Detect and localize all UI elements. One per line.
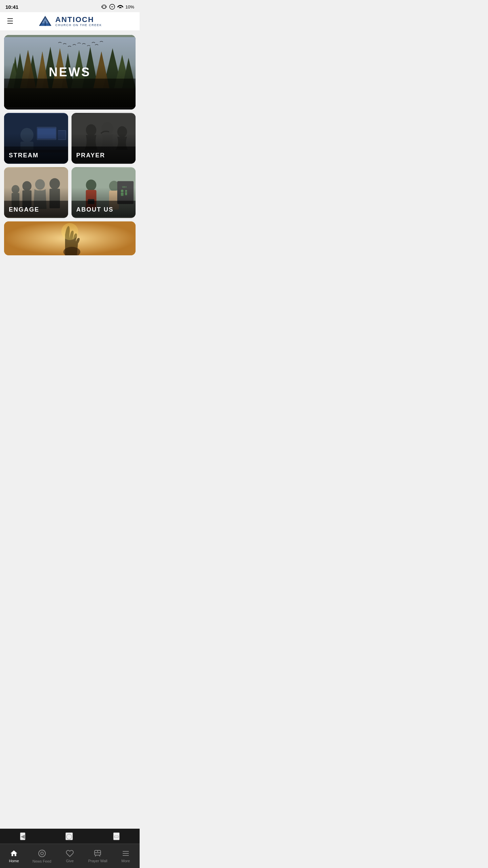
svg-point-71 <box>61 223 78 240</box>
engage-card[interactable]: ENGAGE <box>4 167 68 218</box>
logo-text: ANTIOCH CHURCH ON THE CREEK <box>55 16 102 27</box>
stream-label: STREAM <box>9 152 39 159</box>
status-bar: 10:41 10% <box>0 0 140 12</box>
svg-rect-0 <box>103 5 105 9</box>
stream-overlay <box>4 133 68 164</box>
stream-card[interactable]: STREAM <box>4 113 68 164</box>
main-content: NEWS <box>0 31 140 310</box>
news-hero-label: NEWS <box>49 65 91 79</box>
battery-level: 10% <box>125 4 134 9</box>
engage-label: ENGAGE <box>9 206 39 213</box>
aboutus-card[interactable]: WH ABOUT US <box>72 167 136 218</box>
news-hero-card[interactable]: NEWS <box>4 35 136 110</box>
logo-icon <box>38 14 53 29</box>
vibrate-icon <box>101 4 107 10</box>
grid-row-2: ENGAGE WH <box>4 167 136 218</box>
dnd-icon <box>109 4 115 10</box>
status-time: 10:41 <box>5 4 18 10</box>
menu-button[interactable]: ☰ <box>5 16 15 27</box>
worship-card[interactable] <box>4 221 136 255</box>
logo-subtitle: CHURCH ON THE CREEK <box>55 23 102 27</box>
logo-container: ANTIOCH CHURCH ON THE CREEK <box>38 14 102 29</box>
prayer-card[interactable]: PRAYER <box>72 113 136 164</box>
status-icons: 10% <box>101 4 134 10</box>
aboutus-overlay <box>72 188 136 218</box>
wifi-icon <box>117 4 123 10</box>
engage-overlay <box>4 188 68 218</box>
app-header: ☰ ANTIOCH CHURCH ON THE CREEK <box>0 12 140 31</box>
svg-rect-8 <box>45 21 46 26</box>
worship-background <box>4 221 136 255</box>
prayer-overlay <box>72 133 136 164</box>
grid-row-1: STREAM <box>4 113 136 164</box>
prayer-label: PRAYER <box>76 152 105 159</box>
logo-title: ANTIOCH <box>55 16 102 23</box>
aboutus-label: ABOUT US <box>76 206 114 213</box>
